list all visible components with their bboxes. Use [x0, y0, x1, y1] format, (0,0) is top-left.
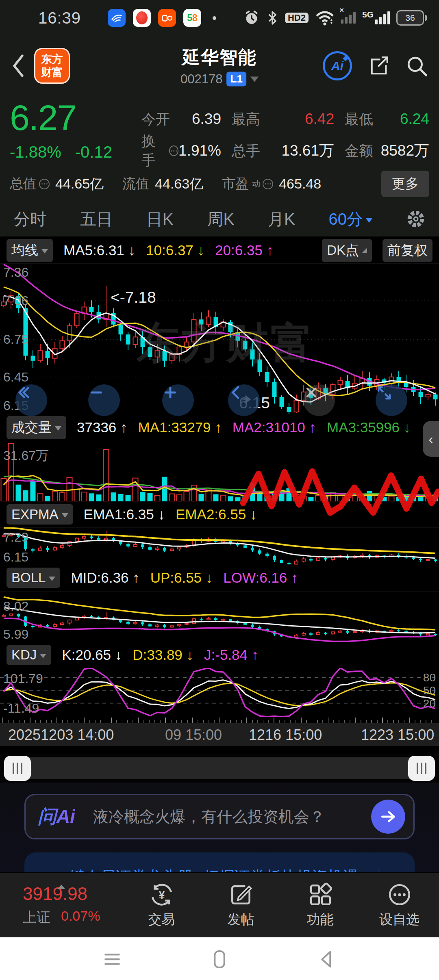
volume-selector-button[interactable]: 成交量 — [7, 416, 66, 439]
ask-ai-search-box[interactable]: 问Ai 液冷概念火爆，有什么投资机会？ — [24, 794, 415, 839]
collapse-panel-handle[interactable]: ‹ — [423, 421, 439, 457]
chevron-down-icon — [40, 654, 46, 658]
last-price: 6.27 — [10, 99, 141, 137]
wifi-icon — [315, 9, 335, 26]
banner-text-1: 一键布局证券龙头股 — [54, 867, 193, 873]
status-bar: 16:39 58 HD2 × 5G 36 — [0, 0, 439, 36]
gear-icon[interactable] — [406, 210, 425, 228]
ai-search-placeholder: 液冷概念火爆，有什么投资机会？ — [93, 807, 325, 827]
tab-minute[interactable]: 分时 — [14, 208, 46, 230]
kdj-selector-button[interactable]: KDJ — [7, 645, 51, 665]
main-candlestick-chart[interactable]: 东方财富 7.36 7.06 6.75 6.45 6.15 <-7.18 6.1… — [0, 263, 439, 414]
notification-dot — [213, 16, 216, 20]
scrollbar-right-handle[interactable] — [408, 756, 435, 781]
ai-assistant-button[interactable]: Ai — [323, 51, 352, 80]
back-button[interactable] — [11, 54, 28, 78]
tab-monthly[interactable]: 月K — [268, 208, 295, 230]
pe-label: 市盈动 — [222, 175, 273, 193]
boll-indicator-row: BOLL MID:6.36 ↑ UP:6.55 ↓ LOW:6.16 ↑ — [0, 565, 439, 591]
info-icon[interactable] — [169, 145, 178, 156]
red-app-icon — [133, 9, 151, 27]
kdj-chart[interactable]: 101.79 -11.49 80 50 20 — [0, 668, 439, 717]
back-nav-icon[interactable] — [317, 949, 337, 969]
volume-chart[interactable]: 31.67万 — [0, 440, 439, 501]
scrollbar-left-handle[interactable] — [4, 756, 31, 781]
bar-chart-icon — [37, 868, 44, 872]
index-value: 3919.98 — [23, 884, 122, 904]
tab-5day[interactable]: 五日 — [80, 208, 113, 230]
stock-code: 002178 — [180, 72, 222, 87]
close-icon[interactable]: ✕ — [389, 867, 402, 872]
add-watchlist-button[interactable]: 设自选 — [360, 882, 439, 929]
tab-60min-active[interactable]: 60分 — [329, 208, 373, 230]
turnover-label: 换手 — [141, 132, 178, 170]
volume-ma2: MA2:31010 ↑ — [233, 419, 316, 436]
time-label: 20251203 14:00 — [8, 726, 114, 744]
volume-value: 37336 ↑ — [77, 419, 128, 436]
info-icon[interactable] — [39, 179, 50, 189]
home-icon[interactable] — [209, 949, 230, 969]
sim2-5g-signal-icon: 5G — [362, 11, 390, 24]
scrollbar-track[interactable] — [4, 757, 435, 779]
boll-chart[interactable]: 8.02 5.99 — [0, 591, 439, 642]
ai-submit-button[interactable] — [371, 800, 405, 834]
tab-daily[interactable]: 日K — [146, 208, 174, 230]
ma-selector-button[interactable]: 均线 — [7, 239, 53, 262]
volume-indicator-row: 成交量 37336 ↑ MA1:33279 ↑ MA2:31010 ↑ MA3:… — [0, 414, 439, 440]
zoom-in-button[interactable] — [162, 384, 194, 416]
scroll-left-fast-button[interactable] — [15, 384, 47, 416]
boll-selector-button[interactable]: BOLL — [7, 568, 60, 588]
scroll-left-button[interactable] — [228, 384, 260, 416]
ai-section: 问Ai 液冷概念火爆，有什么投资机会？ 一键布局证券龙头股 把握证券板块投资机遇… — [0, 783, 439, 872]
promo-banner[interactable]: 一键布局证券龙头股 把握证券板块投资机遇> ✕ — [24, 852, 415, 872]
battery-icon: 36 — [396, 10, 427, 26]
recents-icon[interactable] — [102, 949, 122, 969]
stock-header: 延华智能 002178 L1 — [180, 46, 259, 87]
dk-point-button[interactable]: DK点 — [322, 239, 372, 262]
axis-label: 7.29 — [3, 530, 28, 545]
index-quote-button[interactable]: 3919.98 上证 0.07% — [0, 884, 122, 927]
triangle-up-icon — [58, 885, 65, 889]
trade-button[interactable]: ¥ 交易 — [122, 882, 201, 929]
axis-label: 7.06 — [3, 293, 28, 308]
expma-indicator-row: EXPMA EMA1:6.35 ↓ EMA2:6.55 ↓ — [0, 501, 439, 527]
tab-weekly[interactable]: 周K — [207, 208, 234, 230]
more-circle-icon — [387, 882, 412, 907]
more-button[interactable]: 更多 — [381, 171, 429, 197]
kdj-80-label: 80 — [423, 671, 436, 684]
status-icons: HD2 × 5G 36 — [243, 9, 427, 26]
ema2-value: EMA2:6.55 ↓ — [176, 506, 257, 523]
quote-grid: 今开6.39 最高6.42 最低6.24 换手1.91% 总手13.61万 金额… — [141, 99, 429, 167]
high-price-annotation: <-7.18 — [111, 288, 156, 306]
chart-stack: 均线 MA5:6.31 ↓ 10:6.37 ↓ 20:6.35 ↑ DK点 前复… — [0, 237, 439, 746]
info-icon[interactable] — [263, 179, 273, 189]
android-nav-bar — [0, 937, 439, 980]
amount-label: 金额 — [345, 141, 373, 160]
search-icon[interactable] — [406, 55, 428, 77]
share-icon[interactable] — [368, 55, 389, 76]
ma-indicator-row: 均线 MA5:6.31 ↓ 10:6.37 ↓ 20:6.35 ↑ DK点 前复… — [0, 237, 439, 263]
time-tick-strip — [0, 717, 439, 723]
boll-low-value: LOW:6.16 ↑ — [223, 570, 298, 586]
kdj-20-label: 20 — [423, 697, 436, 710]
expma-chart[interactable]: 7.29 6.15 — [0, 527, 439, 565]
chevron-down-icon[interactable] — [250, 76, 259, 82]
boll-mid-value: MID:6.36 ↑ — [71, 570, 139, 586]
quote-panel: 6.27 -1.88% -0.12 今开6.39 最高6.42 最低6.24 换… — [0, 96, 439, 202]
forward-adjust-button[interactable]: 前复权 — [382, 239, 432, 262]
crosshair-button[interactable] — [303, 384, 335, 416]
post-button[interactable]: 发帖 — [201, 882, 280, 929]
index-change: 0.07% — [61, 908, 100, 927]
time-label: 09 15:00 — [165, 726, 222, 744]
amount-value: 8582万 — [381, 141, 429, 161]
functions-button[interactable]: 功能 — [280, 882, 360, 929]
expma-selector-button[interactable]: EXPMA — [7, 504, 73, 525]
alarm-icon — [243, 10, 260, 26]
zoom-out-button[interactable] — [88, 384, 120, 416]
sparkle-icon — [343, 56, 348, 61]
fullscreen-button[interactable] — [376, 384, 407, 416]
time-label: 1216 15:00 — [249, 726, 322, 744]
kdj-50-label: 50 — [423, 684, 436, 697]
axis-label: 101.79 — [3, 671, 43, 686]
volume-max-label: 31.67万 — [3, 447, 49, 465]
